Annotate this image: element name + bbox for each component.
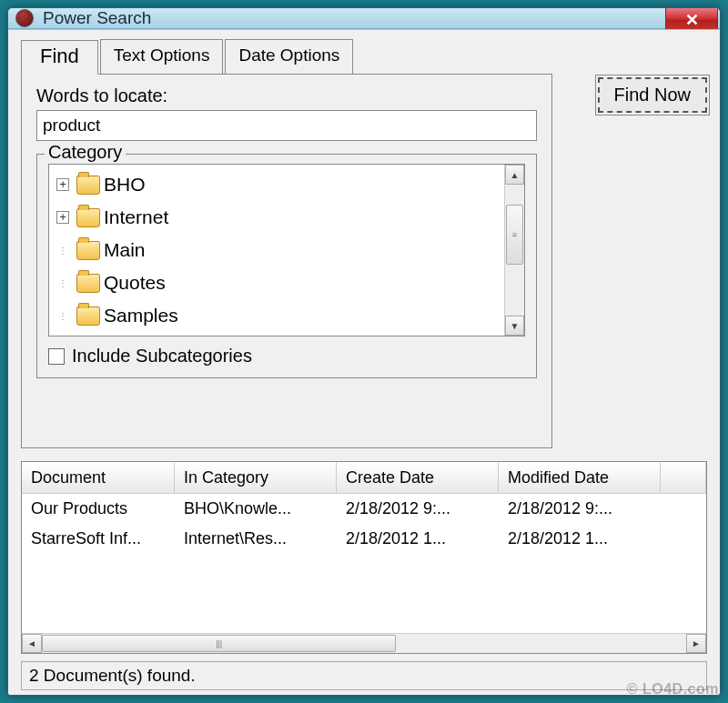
scroll-up-icon[interactable]: ▲ [505,165,524,185]
scroll-right-icon[interactable]: ► [686,634,706,653]
find-now-button[interactable]: Find Now [598,77,707,113]
include-subcategories-checkbox[interactable] [48,348,65,365]
folder-icon [76,176,100,195]
status-text: 2 Document(s) found. [29,666,196,685]
col-spacer [661,462,706,493]
cell-in_category: Internet\Res... [175,524,337,554]
client-area: Find Text Options Date Options Words to … [8,29,720,696]
app-icon [15,9,34,27]
tree-item[interactable]: ⋮ Quotes [53,266,500,299]
tabset: Find Text Options Date Options Words to … [21,39,578,448]
col-create-date[interactable]: Create Date [337,462,499,493]
tab-date-options[interactable]: Date Options [225,39,353,74]
expand-icon[interactable]: + [56,178,69,191]
include-subcategories-row: Include Subcategories [48,346,525,367]
col-document[interactable]: Document [22,462,175,493]
scroll-left-icon[interactable]: ◄ [22,634,42,653]
tree-item[interactable]: ⋮ Samples [53,299,500,332]
window-title: Power Search [43,8,151,28]
cell-create_date: 2/18/2012 9:... [337,494,499,524]
cell-in_category: BHO\Knowle... [175,494,337,524]
category-group: Category + BHO+ Internet⋮ Main⋮ Quotes⋮ … [36,154,537,378]
tree-item-label: Samples [104,305,178,326]
results-hscrollbar[interactable]: ◄ ||| ► [22,633,706,653]
scroll-thumb[interactable]: ≡ [506,205,523,265]
results-body: Our ProductsBHO\Knowle...2/18/2012 9:...… [22,494,706,633]
tree-item[interactable]: + Internet [53,201,500,234]
close-icon: ✕ [685,10,699,30]
col-modified-date[interactable]: Modified Date [499,462,661,493]
tab-find[interactable]: Find [21,40,98,75]
tree-scrollbar[interactable]: ▲ ≡ ▼ [504,165,524,336]
cell-document: Our Products [22,494,175,524]
cell-modified_date: 2/18/2012 1... [499,524,661,554]
include-subcategories-label: Include Subcategories [72,346,252,367]
status-bar: 2 Document(s) found. [21,661,707,690]
tree-item-label: BHO [104,174,146,196]
words-to-locate-label: Words to locate: [36,85,537,106]
folder-icon [76,306,100,326]
watermark: © LO4D.com [627,681,719,698]
find-panel: Words to locate: Category + BHO+ Interne… [21,74,552,448]
tree-item[interactable]: ⋮ Main [53,234,500,266]
results-grid: Document In Category Create Date Modifie… [21,461,707,654]
cell-document: StarreSoft Inf... [22,524,175,554]
tree-item-label: Quotes [104,272,166,294]
words-to-locate-input[interactable] [36,110,537,141]
tree-item-label: Main [104,239,146,261]
tree-item[interactable]: + BHO [53,168,500,201]
expand-icon[interactable]: + [56,211,69,224]
folder-icon [76,274,100,293]
cell-create_date: 2/18/2012 1... [337,524,499,554]
titlebar: Power Search ✕ [8,8,720,29]
category-tree[interactable]: + BHO+ Internet⋮ Main⋮ Quotes⋮ Samples [49,165,504,336]
col-in-category[interactable]: In Category [175,462,337,493]
power-search-window: Power Search ✕ Find Text Options Date Op… [7,7,721,696]
hscroll-thumb[interactable]: ||| [42,635,396,652]
scroll-down-icon[interactable]: ▼ [505,316,524,336]
category-label: Category [45,142,126,163]
results-header: Document In Category Create Date Modifie… [22,462,706,494]
tree-item-label: Internet [104,206,168,228]
cell-modified_date: 2/18/2012 9:... [499,494,661,524]
tab-text-options[interactable]: Text Options [100,39,224,74]
table-row[interactable]: Our ProductsBHO\Knowle...2/18/2012 9:...… [22,494,706,524]
folder-icon [76,241,100,260]
folder-icon [76,208,100,227]
table-row[interactable]: StarreSoft Inf...Internet\Res...2/18/201… [22,524,706,554]
